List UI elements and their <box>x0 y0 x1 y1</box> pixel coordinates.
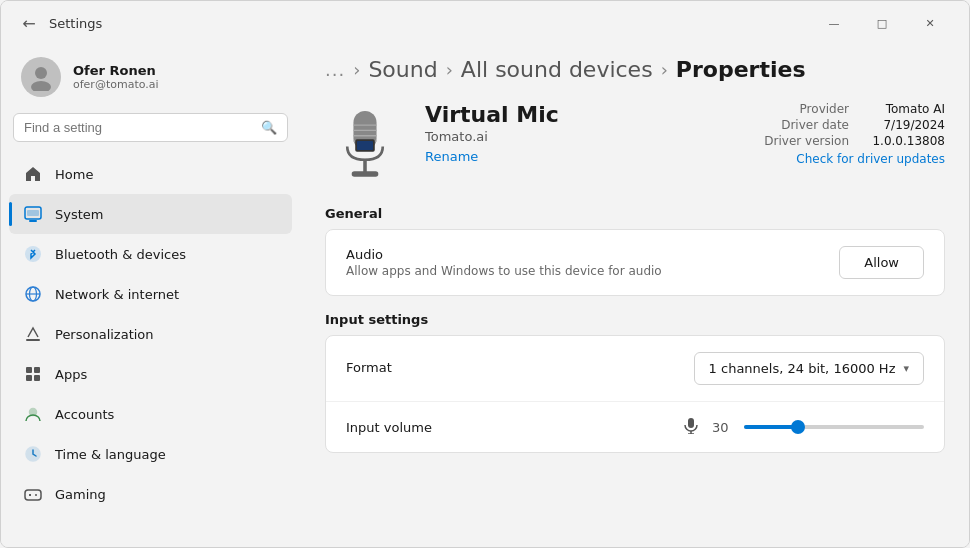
sidebar-item-time[interactable]: Time & language <box>9 434 292 474</box>
driver-version-row: Driver version 1.0.0.13808 <box>764 134 945 148</box>
svg-rect-10 <box>26 367 32 373</box>
provider-value: Tomato AI <box>865 102 945 116</box>
sidebar-item-accounts[interactable]: Accounts <box>9 394 292 434</box>
audio-title: Audio <box>346 247 823 262</box>
svg-point-1 <box>31 81 51 91</box>
accounts-icon <box>23 404 43 424</box>
breadcrumb-sep1: › <box>353 59 360 80</box>
window-controls: — □ ✕ <box>811 7 953 39</box>
sidebar-item-system[interactable]: System <box>9 194 292 234</box>
svg-rect-3 <box>29 220 37 222</box>
svg-rect-28 <box>357 141 373 150</box>
svg-rect-13 <box>34 375 40 381</box>
sidebar-item-apps[interactable]: Apps <box>9 354 292 394</box>
device-name: Virtual Mic <box>425 102 744 127</box>
maximize-icon: □ <box>877 17 887 30</box>
svg-rect-9 <box>26 339 40 341</box>
search-input[interactable] <box>24 120 253 135</box>
sidebar-item-system-label: System <box>55 207 103 222</box>
driver-version-value: 1.0.0.13808 <box>865 134 945 148</box>
sidebar-item-gaming[interactable]: Gaming <box>9 474 292 514</box>
minimize-button[interactable]: — <box>811 7 857 39</box>
provider-row: Provider Tomato AI <box>764 102 945 116</box>
search-box[interactable]: 🔍 <box>13 113 288 142</box>
breadcrumb-current: Properties <box>676 57 806 82</box>
slider-fill <box>744 425 798 429</box>
sidebar-item-personalization-label: Personalization <box>55 327 154 342</box>
general-section-heading: General <box>325 206 945 221</box>
sidebar-item-accounts-label: Accounts <box>55 407 114 422</box>
back-icon: ← <box>22 14 35 33</box>
svg-rect-11 <box>34 367 40 373</box>
allow-button[interactable]: Allow <box>839 246 924 279</box>
gaming-icon <box>23 484 43 504</box>
window-title: Settings <box>49 16 811 31</box>
sidebar-item-home[interactable]: Home <box>9 154 292 194</box>
user-info: Ofer Ronen ofer@tomato.ai <box>73 63 159 91</box>
format-dropdown[interactable]: 1 channels, 24 bit, 16000 Hz ▾ <box>694 352 924 385</box>
sidebar: Ofer Ronen ofer@tomato.ai 🔍 Home <box>1 45 301 547</box>
device-meta: Provider Tomato AI Driver date 7/19/2024… <box>764 102 945 166</box>
slider-thumb[interactable] <box>791 420 805 434</box>
audio-action: Allow <box>839 246 924 279</box>
format-value: 1 channels, 24 bit, 16000 Hz <box>709 361 896 376</box>
provider-label: Provider <box>800 102 849 116</box>
close-button[interactable]: ✕ <box>907 7 953 39</box>
audio-desc: Allow apps and Windows to use this devic… <box>346 264 823 278</box>
breadcrumb-dots: ... <box>325 59 345 80</box>
svg-rect-16 <box>25 490 41 500</box>
format-row: Format 1 channels, 24 bit, 16000 Hz ▾ <box>326 336 944 402</box>
svg-point-19 <box>35 494 37 496</box>
apps-icon <box>23 364 43 384</box>
bluetooth-icon <box>23 244 43 264</box>
format-label: Format <box>346 360 678 375</box>
sidebar-item-network[interactable]: Network & internet <box>9 274 292 314</box>
breadcrumb-all-sound-devices[interactable]: All sound devices <box>461 57 653 82</box>
minimize-icon: — <box>829 17 840 30</box>
content-area: ... › Sound › All sound devices › Proper… <box>301 45 969 547</box>
titlebar: ← Settings — □ ✕ <box>1 1 969 45</box>
svg-rect-12 <box>26 375 32 381</box>
svg-point-0 <box>35 67 47 79</box>
avatar <box>21 57 61 97</box>
format-info: Format <box>346 360 678 377</box>
check-driver-updates-link[interactable]: Check for driver updates <box>764 152 945 166</box>
maximize-button[interactable]: □ <box>859 7 905 39</box>
general-card: Audio Allow apps and Windows to use this… <box>325 229 945 296</box>
main-layout: Ofer Ronen ofer@tomato.ai 🔍 Home <box>1 45 969 547</box>
settings-window: ← Settings — □ ✕ <box>0 0 970 548</box>
slider-track <box>744 425 924 429</box>
personalization-icon <box>23 324 43 344</box>
input-settings-heading: Input settings <box>325 312 945 327</box>
sidebar-item-bluetooth-label: Bluetooth & devices <box>55 247 186 262</box>
volume-number: 30 <box>712 420 732 435</box>
back-button[interactable]: ← <box>17 11 41 35</box>
sidebar-item-gaming-label: Gaming <box>55 487 106 502</box>
volume-label: Input volume <box>346 420 666 435</box>
breadcrumb-sound[interactable]: Sound <box>368 57 437 82</box>
chevron-down-icon: ▾ <box>903 362 909 375</box>
input-volume-row: Input volume 30 <box>326 402 944 452</box>
breadcrumb-sep3: › <box>661 59 668 80</box>
volume-slider[interactable] <box>744 425 924 429</box>
sidebar-item-bluetooth[interactable]: Bluetooth & devices <box>9 234 292 274</box>
driver-date-label: Driver date <box>781 118 849 132</box>
volume-controls: 30 <box>682 416 924 438</box>
format-action: 1 channels, 24 bit, 16000 Hz ▾ <box>694 352 924 385</box>
rename-link[interactable]: Rename <box>425 149 478 164</box>
mic-volume-icon <box>682 416 700 438</box>
breadcrumb-sep2: › <box>446 59 453 80</box>
device-header: Virtual Mic Tomato.ai Rename Provider To… <box>325 102 945 182</box>
sidebar-item-personalization[interactable]: Personalization <box>9 314 292 354</box>
audio-row: Audio Allow apps and Windows to use this… <box>326 230 944 295</box>
svg-point-5 <box>25 246 41 262</box>
user-email: ofer@tomato.ai <box>73 78 159 91</box>
breadcrumb: ... › Sound › All sound devices › Proper… <box>325 45 945 102</box>
network-icon <box>23 284 43 304</box>
close-icon: ✕ <box>925 17 934 30</box>
sidebar-item-network-label: Network & internet <box>55 287 179 302</box>
driver-version-label: Driver version <box>764 134 849 148</box>
sidebar-item-home-label: Home <box>55 167 93 182</box>
sidebar-item-apps-label: Apps <box>55 367 87 382</box>
sidebar-item-time-label: Time & language <box>55 447 166 462</box>
